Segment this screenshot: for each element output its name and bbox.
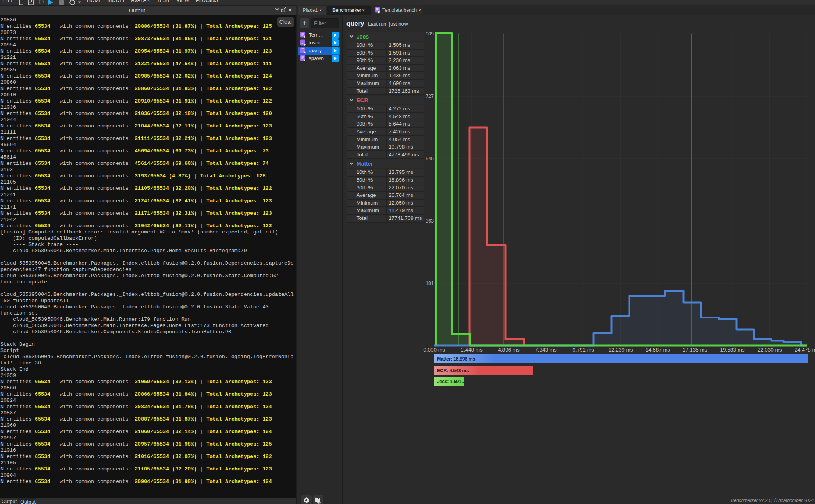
svg-text:Jecs: 1.591…: Jecs: 1.591… — [437, 379, 466, 384]
svg-text:ECR: 4.548 ms: ECR: 4.548 ms — [437, 368, 469, 373]
svg-text:Matter: 16.896 ms: Matter: 16.896 ms — [437, 356, 476, 362]
